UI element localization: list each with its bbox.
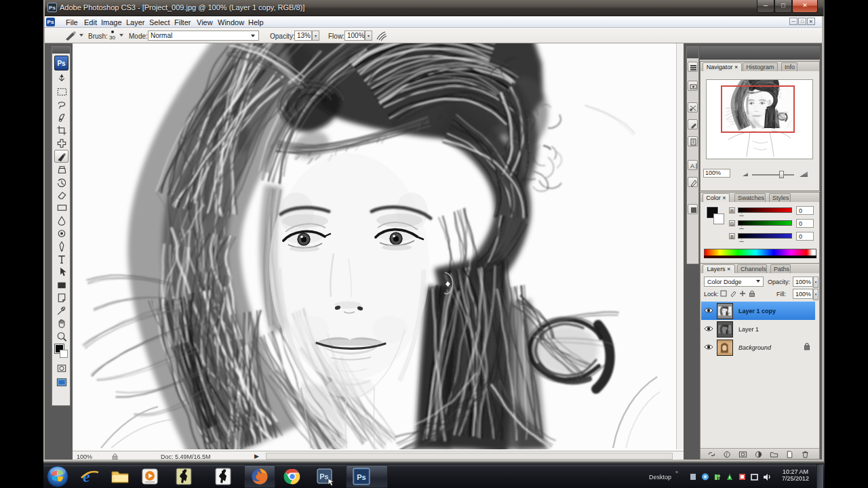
svg-text:Ps: Ps — [319, 472, 328, 481]
svg-text:f: f — [726, 451, 728, 458]
svg-text:Ps: Ps — [357, 473, 366, 481]
svg-text:A: A — [690, 163, 694, 169]
